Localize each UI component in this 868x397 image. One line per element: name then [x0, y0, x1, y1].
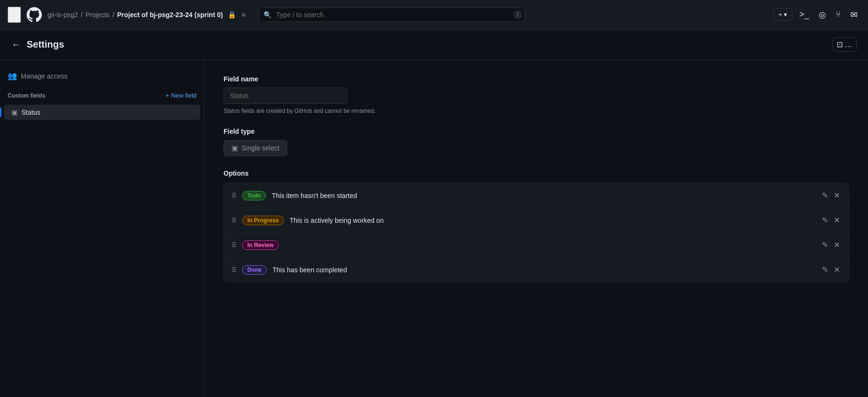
option-item-done: ⠿ Done This has been completed ✎ ✕	[224, 258, 848, 282]
options-label: Options	[224, 169, 849, 177]
sidebar-item-status[interactable]: ▣ Status	[4, 105, 200, 120]
option-desc-inprogress: This is actively being worked on	[290, 217, 815, 224]
new-button[interactable]: + ▾	[773, 8, 793, 21]
options-list: ⠿ Todo This item hasn't been started ✎ ✕…	[224, 183, 849, 282]
sidebar: 👥 Manage access Custom fields + New fiel…	[0, 60, 205, 397]
drag-handle-inprogress[interactable]: ⠿	[232, 217, 236, 224]
github-logo	[27, 7, 42, 22]
custom-fields-label: Custom fields	[8, 92, 45, 99]
hamburger-button[interactable]: ☰	[8, 7, 21, 23]
field-type-button[interactable]: ▣ Single select	[224, 140, 287, 156]
edit-inprogress-button[interactable]: ✎	[821, 215, 829, 226]
drag-handle-todo[interactable]: ⠿	[232, 192, 236, 199]
sidebar-manage-access[interactable]: 👥 Manage access	[0, 68, 204, 84]
breadcrumb-projects[interactable]: Projects	[86, 11, 110, 19]
field-name-section: Field name Status Status fields are crea…	[224, 75, 849, 114]
back-icon: ←	[11, 39, 21, 50]
delete-inreview-button[interactable]: ✕	[833, 239, 841, 250]
search-container: 🔍 /	[259, 8, 525, 22]
ellipsis-icon: …	[845, 40, 852, 49]
field-type-section: Field type ▣ Single select	[224, 128, 849, 156]
breadcrumb-sep2: /	[112, 11, 114, 19]
field-name-label: Field name	[224, 75, 849, 83]
field-name-hint: Status fields are created by GitHub and …	[224, 108, 849, 114]
badge-inprogress: In Progress	[242, 216, 284, 225]
main-layout: 👥 Manage access Custom fields + New fiel…	[0, 60, 868, 397]
option-item-todo: ⠿ Todo This item hasn't been started ✎ ✕	[224, 183, 848, 208]
option-actions-todo: ✎ ✕	[821, 190, 841, 201]
lock-icon: 🔒	[228, 11, 236, 19]
fork-button[interactable]: ⑂	[833, 7, 844, 22]
drag-handle-inreview[interactable]: ⠿	[232, 241, 236, 249]
hamburger-icon: ☰	[10, 10, 18, 20]
page-title: Settings	[27, 39, 64, 50]
option-actions-inprogress: ✎ ✕	[821, 215, 841, 226]
option-desc-todo: This item hasn't been started	[272, 192, 815, 199]
option-desc-done: This has been completed	[273, 266, 815, 274]
field-name-input[interactable]: Status	[224, 88, 347, 104]
edit-inreview-button[interactable]: ✎	[821, 239, 829, 250]
content-area: Field name Status Status fields are crea…	[205, 60, 868, 397]
badge-inreview: In Review	[242, 240, 279, 250]
field-type-label: Field type	[224, 128, 849, 135]
delete-todo-button[interactable]: ✕	[833, 190, 841, 201]
circle-status-button[interactable]: ◎	[816, 7, 829, 23]
option-actions-inreview: ✎ ✕	[821, 239, 841, 250]
breadcrumb: gii-is-psg2 / Projects / Project of bj-p…	[48, 11, 245, 19]
breadcrumb-current: Project of bj-psg2-23-24 (sprint 0)	[117, 11, 223, 19]
top-nav: ☰ gii-is-psg2 / Projects / Project of bj…	[0, 0, 868, 30]
inbox-button[interactable]: ✉	[848, 7, 860, 23]
option-item-inreview: ⠿ In Review ✎ ✕	[224, 233, 848, 258]
manage-access-label: Manage access	[21, 72, 68, 80]
delete-done-button[interactable]: ✕	[833, 264, 841, 275]
status-field-icon: ▣	[11, 109, 18, 116]
custom-fields-section: Custom fields + New field	[0, 88, 204, 103]
delete-inprogress-button[interactable]: ✕	[833, 215, 841, 226]
edit-todo-button[interactable]: ✎	[821, 190, 829, 201]
plus-icon: +	[779, 11, 782, 18]
single-select-icon: ▣	[232, 144, 238, 152]
edit-done-button[interactable]: ✎	[821, 264, 829, 275]
nav-menu-dots[interactable]: ≡	[242, 11, 245, 19]
chevron-down-icon: ▾	[784, 11, 787, 18]
slash-badge: /	[514, 11, 521, 19]
field-type-value: Single select	[242, 144, 279, 152]
terminal-button[interactable]: >_	[796, 7, 812, 22]
plus-icon: +	[166, 92, 169, 99]
sidebar-item-label: Status	[21, 109, 40, 116]
back-button[interactable]: ←	[11, 39, 21, 50]
option-item-inprogress: ⠿ In Progress This is actively being wor…	[224, 208, 848, 233]
chart-icon: ⊡	[837, 40, 843, 49]
search-input[interactable]	[259, 8, 525, 22]
new-field-label: New field	[171, 92, 196, 99]
badge-todo: Todo	[242, 191, 266, 200]
badge-done: Done	[242, 265, 267, 275]
nav-right-actions: + ▾ >_ ◎ ⑂ ✉	[773, 7, 860, 23]
options-section: Options ⠿ Todo This item hasn't been sta…	[224, 169, 849, 282]
chart-button[interactable]: ⊡ …	[832, 37, 857, 52]
option-actions-done: ✎ ✕	[821, 264, 841, 275]
people-icon: 👥	[8, 71, 17, 80]
drag-handle-done[interactable]: ⠿	[232, 266, 236, 274]
search-icon: 🔍	[263, 11, 272, 19]
page-header: ← Settings ⊡ …	[0, 30, 868, 60]
new-field-button[interactable]: + New field	[166, 92, 196, 99]
breadcrumb-sep1: /	[81, 11, 83, 19]
breadcrumb-org[interactable]: gii-is-psg2	[48, 11, 78, 19]
